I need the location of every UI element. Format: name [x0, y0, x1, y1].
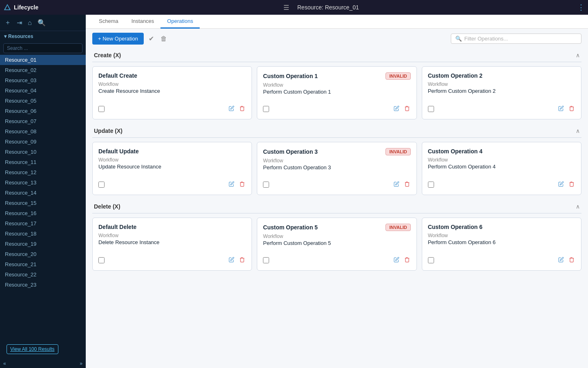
sidebar-search-wrap	[0, 42, 86, 55]
delete-card-button[interactable]	[238, 105, 246, 113]
view-all-button[interactable]: View All 100 Results	[7, 344, 58, 354]
search-button[interactable]: 🔍	[36, 18, 47, 28]
delete-card-button[interactable]	[568, 105, 575, 113]
edit-card-button[interactable]	[393, 256, 400, 265]
sidebar-item[interactable]: Resource_18	[0, 229, 86, 239]
delete-card-button[interactable]	[403, 105, 411, 113]
op-card-workflow-value: Perform Custom Operation 5	[263, 240, 410, 246]
op-card-workflow-value: Perform Custom Operation 6	[428, 239, 575, 245]
section-update: Update (X)∧Default UpdateWorkflowUpdate …	[92, 124, 581, 195]
op-card-checkbox[interactable]	[428, 257, 434, 263]
delete-card-button[interactable]	[403, 180, 411, 189]
op-card-actions	[393, 256, 411, 265]
sidebar-item[interactable]: Resource_16	[0, 208, 86, 218]
home-button[interactable]: ⌂	[27, 18, 33, 28]
sidebar-item[interactable]: Resource_06	[0, 106, 86, 116]
add-resource-button[interactable]: ＋	[3, 17, 12, 28]
edit-card-button[interactable]	[393, 105, 400, 113]
delete-card-button[interactable]	[238, 180, 246, 189]
validate-button[interactable]: ✔	[147, 33, 156, 44]
op-card-workflow-label: Workflow	[428, 81, 575, 87]
sidebar-item[interactable]: Resource_15	[0, 198, 86, 208]
delete-card-button[interactable]	[568, 180, 575, 189]
sidebar-item[interactable]: Resource_14	[0, 188, 86, 198]
delete-card-button[interactable]	[568, 256, 575, 265]
op-card-checkbox[interactable]	[98, 257, 105, 263]
op-card-checkbox[interactable]	[428, 106, 434, 112]
op-card-checkbox[interactable]	[428, 182, 434, 188]
op-card-name: Custom Operation 3	[263, 148, 318, 155]
topbar-more-icon[interactable]: ⋮	[577, 3, 585, 12]
sidebar-item[interactable]: Resource_02	[0, 65, 86, 75]
import-button[interactable]: ⇥	[16, 18, 23, 28]
sidebar-item[interactable]: Resource_08	[0, 126, 86, 137]
search-input[interactable]	[3, 43, 82, 53]
section-title-update: Update (X)	[94, 128, 122, 134]
op-card-footer	[263, 252, 410, 265]
topbar-menu-icon[interactable]: ☰	[283, 4, 289, 11]
invalid-badge: INVALID	[385, 148, 410, 155]
collapse-left-icon[interactable]: «	[3, 361, 6, 366]
edit-card-button[interactable]	[557, 256, 565, 265]
view-all-wrap: View All 100 Results	[0, 339, 86, 359]
section-title-delete: Delete (X)	[94, 203, 120, 210]
section-collapse-icon-create[interactable]: ∧	[576, 52, 580, 58]
sidebar-item[interactable]: Resource_21	[0, 259, 86, 269]
tab-instances[interactable]: Instances	[125, 15, 161, 29]
op-card-header: Custom Operation 4	[428, 148, 575, 155]
op-card-footer	[98, 176, 246, 189]
edit-card-button[interactable]	[228, 256, 235, 265]
edit-card-button[interactable]	[393, 180, 400, 189]
op-card-workflow-label: Workflow	[98, 157, 246, 163]
resource-list: Resource_01Resource_02Resource_03Resourc…	[0, 55, 86, 339]
edit-card-button[interactable]	[557, 105, 565, 113]
sidebar-item[interactable]: Resource_05	[0, 96, 86, 106]
filter-operations-input[interactable]	[464, 36, 577, 42]
op-card-footer	[263, 176, 410, 189]
section-collapse-icon-delete[interactable]: ∧	[576, 203, 580, 210]
op-card-footer	[428, 101, 575, 113]
sidebar-item[interactable]: Resource_09	[0, 137, 86, 147]
filter-search-icon: 🔍	[455, 36, 462, 42]
delete-selected-button[interactable]: 🗑	[159, 34, 169, 44]
op-card-workflow-label: Workflow	[263, 233, 410, 239]
topbar: Lifecycle ☰ Resource: Resource_01 ⋮	[0, 0, 588, 15]
op-card-header: Custom Operation 6	[428, 224, 575, 230]
op-card: Default UpdateWorkflowUpdate Resource In…	[92, 142, 252, 195]
op-card-workflow-label: Workflow	[263, 82, 410, 88]
tab-schema[interactable]: Schema	[92, 15, 125, 29]
section-header-delete: Delete (X)∧	[92, 200, 581, 213]
op-card-header: Custom Operation 1INVALID	[263, 72, 410, 80]
edit-card-button[interactable]	[557, 180, 565, 189]
op-card-checkbox[interactable]	[263, 182, 269, 188]
edit-card-button[interactable]	[228, 180, 235, 189]
delete-card-button[interactable]	[403, 256, 411, 265]
tab-operations[interactable]: Operations	[160, 15, 200, 29]
op-card-header: Custom Operation 2	[428, 72, 575, 79]
sidebar-item[interactable]: Resource_22	[0, 269, 86, 280]
op-card-checkbox[interactable]	[98, 106, 105, 112]
sidebar-item[interactable]: Resource_03	[0, 75, 86, 85]
op-card-checkbox[interactable]	[263, 257, 269, 263]
sidebar-item[interactable]: Resource_17	[0, 218, 86, 229]
sidebar-item[interactable]: Resource_07	[0, 116, 86, 126]
sidebar-item[interactable]: Resource_01	[0, 55, 86, 65]
sidebar-item[interactable]: Resource_12	[0, 167, 86, 177]
sidebar-item[interactable]: Resource_19	[0, 239, 86, 249]
section-collapse-icon-update[interactable]: ∧	[576, 128, 580, 134]
section-header-create: Create (X)∧	[92, 49, 581, 62]
sidebar-item[interactable]: Resource_13	[0, 177, 86, 188]
edit-card-button[interactable]	[228, 105, 235, 113]
sidebar-item[interactable]: Resource_20	[0, 249, 86, 259]
sidebar-item[interactable]: Resource_10	[0, 147, 86, 157]
sidebar-section-header[interactable]: ▾ Resources	[0, 31, 86, 42]
new-operation-button[interactable]: + New Operation	[92, 33, 144, 45]
sidebar-item[interactable]: Resource_04	[0, 85, 86, 96]
sidebar-item[interactable]: Resource_11	[0, 157, 86, 167]
op-card-checkbox[interactable]	[98, 182, 105, 188]
op-card-checkbox[interactable]	[263, 106, 269, 112]
op-card-footer	[98, 252, 246, 265]
sidebar-item[interactable]: Resource_23	[0, 280, 86, 290]
expand-right-icon[interactable]: »	[80, 361, 82, 366]
delete-card-button[interactable]	[238, 256, 246, 265]
